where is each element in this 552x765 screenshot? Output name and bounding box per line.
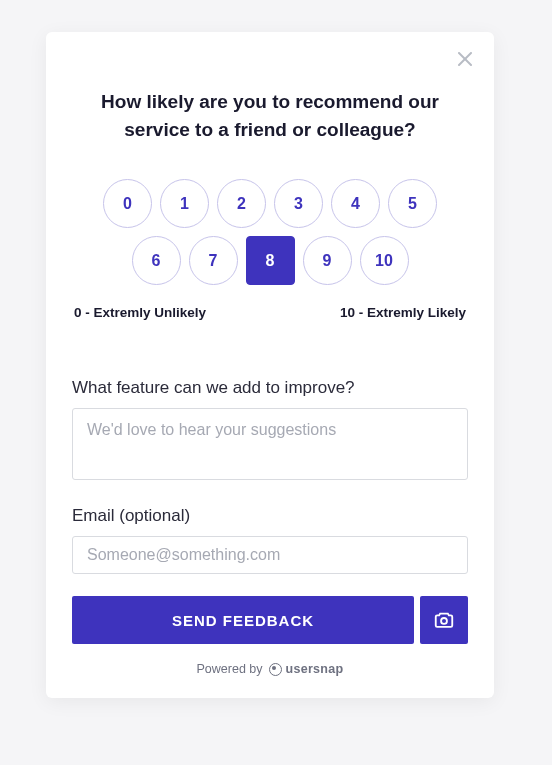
send-feedback-button[interactable]: SEND FEEDBACK xyxy=(72,596,414,644)
feature-input[interactable] xyxy=(72,408,468,480)
email-field-group: Email (optional) xyxy=(72,506,468,574)
nps-option-0[interactable]: 0 xyxy=(103,179,152,228)
nps-option-6[interactable]: 6 xyxy=(132,236,181,285)
close-icon xyxy=(458,52,472,66)
camera-icon xyxy=(433,609,455,631)
brand-link[interactable]: usersnap xyxy=(269,662,344,676)
powered-by-footer: Powered by usersnap xyxy=(72,662,468,676)
nps-option-10[interactable]: 10 xyxy=(360,236,409,285)
scale-labels: 0 - Extremly Unlikely 10 - Extremly Like… xyxy=(72,305,468,320)
nps-option-5[interactable]: 5 xyxy=(388,179,437,228)
screenshot-button[interactable] xyxy=(420,596,468,644)
nps-option-8[interactable]: 8 xyxy=(246,236,295,285)
brand-name: usersnap xyxy=(286,662,344,676)
nps-option-7[interactable]: 7 xyxy=(189,236,238,285)
nps-option-1[interactable]: 1 xyxy=(160,179,209,228)
nps-option-2[interactable]: 2 xyxy=(217,179,266,228)
nps-option-9[interactable]: 9 xyxy=(303,236,352,285)
feedback-modal: How likely are you to recommend our serv… xyxy=(46,32,494,698)
usersnap-logo-icon xyxy=(269,663,282,676)
nps-option-3[interactable]: 3 xyxy=(274,179,323,228)
scale-low-label: 0 - Extremly Unlikely xyxy=(74,305,206,320)
nps-scale: 012345678910 xyxy=(72,179,468,285)
nps-question: How likely are you to recommend our serv… xyxy=(72,88,468,143)
nps-option-4[interactable]: 4 xyxy=(331,179,380,228)
svg-point-2 xyxy=(441,618,447,624)
close-button[interactable] xyxy=(456,50,474,68)
scale-high-label: 10 - Extremly Likely xyxy=(340,305,466,320)
email-input[interactable] xyxy=(72,536,468,574)
actions-row: SEND FEEDBACK xyxy=(72,596,468,644)
feature-field-group: What feature can we add to improve? xyxy=(72,378,468,484)
email-label: Email (optional) xyxy=(72,506,468,526)
feature-label: What feature can we add to improve? xyxy=(72,378,468,398)
powered-by-text: Powered by xyxy=(197,662,263,676)
